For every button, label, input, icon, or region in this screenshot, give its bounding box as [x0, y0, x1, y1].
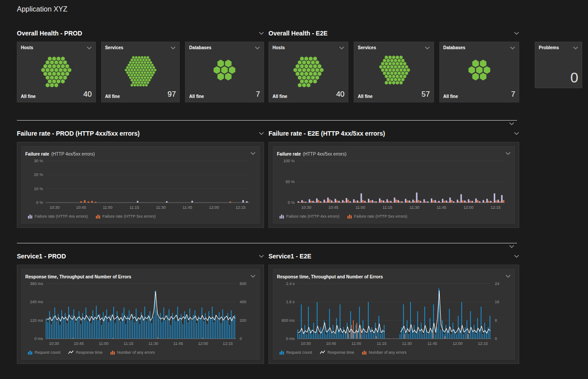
honeycomb-chart[interactable] [21, 50, 92, 90]
chevron-down-icon[interactable] [514, 31, 519, 35]
health-tile-hosts[interactable]: Hosts All fine40 [268, 42, 348, 102]
chevron-down-icon[interactable] [505, 152, 511, 155]
svg-text:240 ms: 240 ms [30, 300, 43, 304]
legend-item[interactable]: Failure rate (HTTP 5xx errors) [96, 214, 156, 219]
chevron-down-icon[interactable] [170, 46, 176, 50]
svg-text:30 %: 30 % [34, 159, 43, 163]
bar-series-icon [110, 350, 115, 355]
chevron-down-icon[interactable] [250, 274, 256, 278]
svg-text:100 %: 100 % [283, 159, 295, 163]
svg-text:12:15: 12:15 [490, 205, 501, 210]
chart-tile[interactable]: Failure rate (HTTP 4xx/5xx errors) 0 %10… [17, 142, 264, 228]
divider [17, 243, 517, 243]
service-metrics-chart[interactable]: 0 ms120 ms240 ms360 ms020040060010:3010:… [25, 280, 256, 348]
svg-text:10:45: 10:45 [74, 341, 84, 346]
legend-item[interactable]: Request count [28, 350, 60, 355]
legend-item[interactable]: Response time [320, 350, 354, 355]
svg-text:0: 0 [240, 336, 242, 341]
problems-tile[interactable]: Problems 0 [535, 42, 582, 88]
count-label: 57 [422, 90, 430, 99]
health-tile-services[interactable]: Services All fine57 [354, 42, 434, 102]
honeycomb-chart[interactable] [189, 50, 260, 90]
dashboard: Application XYZ Overall Health - PROD Ho… [0, 0, 588, 379]
chevron-down-icon[interactable] [259, 31, 264, 35]
legend-item[interactable]: Response time [68, 350, 103, 355]
svg-text:0 ms: 0 ms [286, 336, 295, 341]
chevron-down-icon[interactable] [259, 254, 264, 258]
bar-series-icon [96, 214, 100, 219]
honeycomb-chart[interactable] [105, 50, 176, 90]
svg-text:10:30: 10:30 [49, 341, 59, 346]
svg-text:50 %: 50 % [285, 180, 295, 184]
bar-series-icon [28, 350, 32, 355]
status-label: All fine [358, 94, 372, 99]
chevron-down-icon[interactable] [339, 46, 344, 50]
service-metrics-chart[interactable]: 0 ms800 ms1.6 s2.4 s08162410:3010:4511:0… [277, 280, 511, 348]
legend-item[interactable]: Request count [280, 350, 312, 355]
failure-rate-chart[interactable]: 0 %50 %100 %10:3010:4511:0011:1511:3011:… [277, 157, 511, 211]
svg-text:360 ms: 360 ms [30, 281, 43, 286]
chart-tile[interactable]: Failure rate (HTTP 4xx/5xx errors) 0 %50… [268, 142, 519, 228]
tile-title: Services [105, 45, 123, 50]
svg-text:120 ms: 120 ms [30, 318, 43, 323]
bar-series-icon [28, 214, 32, 219]
legend-item[interactable]: Number of any errors [110, 350, 155, 355]
chart-title: Failure rate (HTTP 4xx/5xx errors) [277, 149, 347, 157]
svg-text:10:30: 10:30 [50, 205, 60, 210]
chevron-down-icon[interactable] [255, 46, 260, 50]
chart-tile[interactable]: Response time, Throughput and Number of … [268, 265, 519, 364]
section-failure-prod: Failure rate - PROD (HTTP 4xx/5xx errors… [17, 129, 264, 228]
tile-title: Databases [443, 45, 466, 50]
bar-series-icon [280, 214, 284, 219]
svg-text:12:00: 12:00 [464, 205, 474, 210]
health-tile-services[interactable]: Services All fine97 [101, 42, 180, 102]
chevron-down-icon[interactable] [425, 46, 430, 50]
svg-text:10:45: 10:45 [326, 341, 336, 346]
chevron-down-icon[interactable] [87, 46, 92, 50]
svg-text:11:30: 11:30 [402, 341, 412, 346]
chevron-down-icon[interactable] [509, 245, 514, 248]
svg-text:11:30: 11:30 [149, 341, 158, 346]
chevron-down-icon[interactable] [573, 46, 578, 50]
health-tile-databases[interactable]: Databases All fine7 [185, 42, 264, 102]
svg-text:11:45: 11:45 [173, 341, 183, 346]
svg-text:11:45: 11:45 [427, 341, 437, 346]
legend-item[interactable]: Number of any errors [362, 350, 406, 355]
svg-text:10:45: 10:45 [328, 205, 339, 210]
bar-series-icon [280, 350, 284, 355]
failure-rate-chart[interactable]: 0 %10 %20 %30 %10:3010:4511:0011:1511:30… [25, 157, 256, 211]
svg-text:11:45: 11:45 [182, 205, 192, 210]
section-failure-e2e: Failure rate - E2E (HTTP 4xx/5xx errors)… [268, 129, 519, 228]
svg-text:10:30: 10:30 [301, 205, 312, 210]
svg-text:11:30: 11:30 [410, 205, 419, 210]
chevron-down-icon[interactable] [509, 122, 514, 125]
honeycomb-chart[interactable] [272, 50, 344, 90]
honeycomb-chart[interactable] [358, 50, 430, 90]
status-label: All fine [21, 94, 36, 99]
section-title-failure-prod: Failure rate - PROD (HTTP 4xx/5xx errors… [17, 130, 140, 137]
legend-item[interactable]: Failure rate (HTTP 4xx errors) [280, 214, 339, 219]
honeycomb-chart[interactable] [443, 50, 515, 90]
chevron-down-icon[interactable] [259, 132, 264, 135]
service-row: Service1 - PROD Response time, Throughpu… [17, 251, 581, 364]
health-tile-databases[interactable]: Databases All fine7 [439, 42, 519, 102]
chevron-down-icon[interactable] [514, 254, 519, 258]
count-label: 40 [83, 90, 92, 99]
legend-item[interactable]: Failure rate (HTTP 4xx errors) [28, 214, 88, 219]
health-tile-hosts[interactable]: Hosts All fine40 [17, 42, 96, 102]
chevron-down-icon[interactable] [505, 274, 511, 278]
chart-tile[interactable]: Response time, Throughput and Number of … [17, 265, 264, 364]
svg-text:12:15: 12:15 [223, 341, 233, 346]
svg-text:11:45: 11:45 [437, 205, 446, 210]
tile-title: Databases [189, 45, 211, 50]
chevron-down-icon[interactable] [514, 132, 519, 135]
svg-text:800 ms: 800 ms [281, 318, 295, 323]
chevron-down-icon[interactable] [510, 46, 515, 50]
svg-text:11:15: 11:15 [130, 205, 139, 210]
svg-text:8: 8 [495, 318, 497, 323]
legend-item[interactable]: Failure rate (HTTP 5xx errors) [347, 214, 407, 219]
bar-series-icon [362, 350, 367, 355]
status-label: All fine [272, 94, 287, 99]
status-label: All fine [189, 94, 204, 99]
chevron-down-icon[interactable] [250, 152, 256, 155]
